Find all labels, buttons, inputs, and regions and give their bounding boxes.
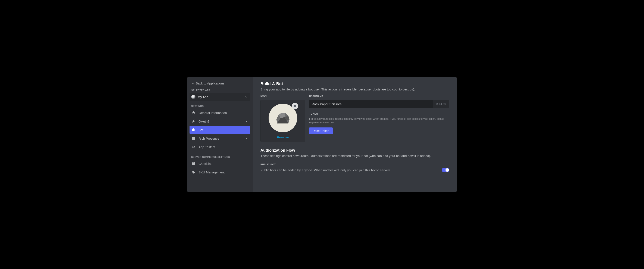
username-row: #1420	[309, 100, 449, 108]
sidebar-item-sku-management[interactable]: SKU Management	[190, 168, 250, 176]
sidebar-item-label: SKU Management	[198, 170, 248, 174]
token-label: Token	[309, 112, 449, 115]
authorization-flow-subtitle: These settings control how OAuth2 author…	[260, 154, 449, 158]
page-title: Build-A-Bot	[260, 82, 449, 86]
username-label: Username	[309, 95, 449, 98]
sidebar: ← Back to Applications Selected App My A…	[187, 77, 253, 192]
sidebar-item-oauth2[interactable]: OAuth2	[190, 117, 250, 125]
reset-token-button[interactable]: Reset Token	[309, 127, 333, 134]
home-icon	[192, 111, 196, 115]
sidebar-item-label: App Testers	[198, 145, 248, 149]
settings-header: Settings	[190, 104, 250, 109]
sidebar-item-label: General Information	[198, 111, 248, 115]
icon-column: Icon	[260, 95, 305, 142]
chevron-down-icon	[245, 95, 248, 99]
main-content: Build-A-Bot Bring your app to life by ad…	[253, 77, 457, 192]
sidebar-item-checklist[interactable]: Checklist	[190, 159, 250, 168]
server-commerce-header: Server Commerce Settings	[190, 155, 250, 159]
app-avatar-icon	[191, 95, 196, 99]
svg-point-0	[294, 105, 294, 106]
toggle-knob	[446, 168, 449, 172]
icon-label: Icon	[260, 95, 305, 98]
app-window: ← Back to Applications Selected App My A…	[187, 77, 457, 192]
tags-icon	[192, 170, 196, 174]
selected-app-header: Selected App	[190, 88, 250, 93]
wrench-icon	[192, 119, 196, 123]
selected-app-dropdown[interactable]: My App	[190, 93, 250, 101]
puzzle-icon	[192, 128, 196, 132]
chevron-right-icon	[245, 120, 248, 123]
public-bot-toggle[interactable]	[442, 168, 449, 172]
users-icon	[192, 145, 196, 149]
sidebar-item-rich-presence[interactable]: Rich Presence	[190, 134, 250, 142]
upload-image-icon[interactable]	[292, 103, 298, 109]
right-column: Username #1420 Token For security purpos…	[309, 95, 449, 142]
sidebar-item-bot[interactable]: Bot	[190, 126, 250, 134]
public-bot-description: Public bots can be added by anyone. When…	[260, 168, 438, 172]
sidebar-item-app-testers[interactable]: App Testers	[190, 143, 250, 151]
public-bot-row: Public bots can be added by anyone. When…	[260, 168, 449, 172]
authorization-flow-title: Authorization Flow	[260, 148, 449, 153]
discriminator: #1420	[433, 100, 449, 108]
chevron-right-icon	[245, 137, 248, 140]
clipboard-icon	[192, 162, 196, 165]
commerce-nav: Checklist SKU Management	[190, 159, 250, 177]
sidebar-item-label: OAuth2	[198, 120, 242, 123]
public-bot-label: Public Bot	[260, 163, 449, 166]
page-subtitle: Bring your app to life by adding a bot u…	[260, 88, 449, 91]
remove-icon-link[interactable]: Remove	[277, 135, 289, 139]
rock-illustration-icon	[273, 108, 292, 128]
sidebar-item-label: Checklist	[198, 162, 248, 165]
selected-app-name: My App	[198, 95, 242, 99]
icon-upload-box[interactable]: Remove	[260, 100, 305, 142]
settings-nav: General Information OAuth2 Bot	[190, 109, 250, 151]
document-icon	[192, 136, 196, 140]
token-help-text: For security purposes, tokens can only b…	[309, 117, 449, 124]
back-link-label: Back to Applications	[196, 82, 224, 85]
username-input[interactable]	[309, 100, 433, 108]
sidebar-item-label: Bot	[198, 128, 248, 132]
token-section: Token For security purposes, tokens can …	[309, 112, 449, 134]
arrow-left-icon: ←	[191, 82, 194, 85]
sidebar-item-label: Rich Presence	[198, 137, 242, 140]
public-bot-block: Public Bot Public bots can be added by a…	[260, 163, 449, 172]
back-to-applications-link[interactable]: ← Back to Applications	[190, 81, 250, 88]
avatar-wrap	[268, 104, 297, 132]
bot-config-row: Icon	[260, 95, 449, 142]
sidebar-item-general-information[interactable]: General Information	[190, 109, 250, 117]
